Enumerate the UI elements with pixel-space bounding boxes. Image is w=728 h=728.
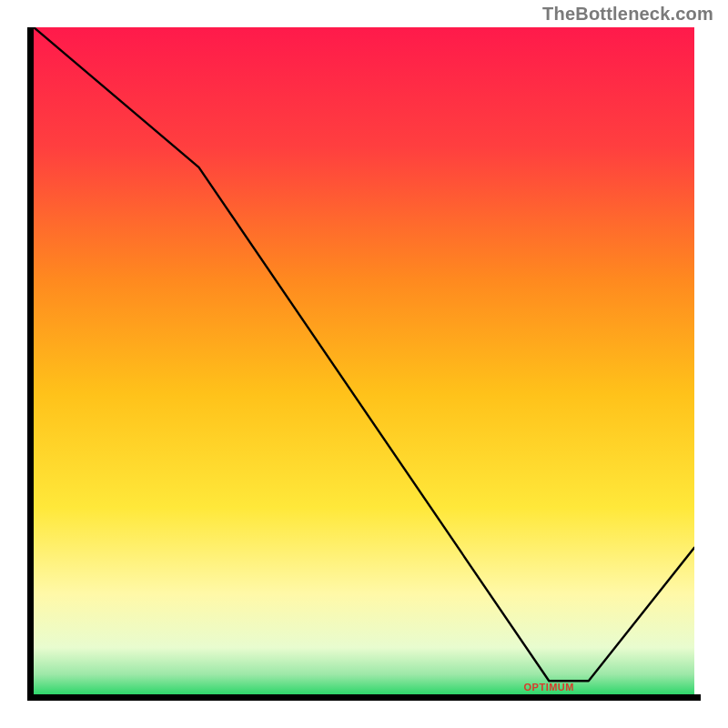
watermark-text: TheBottleneck.com <box>542 4 713 25</box>
line-series <box>34 27 694 694</box>
plot-area: OPTIMUM <box>34 27 694 694</box>
x-axis-annotation: OPTIMUM <box>524 682 574 693</box>
